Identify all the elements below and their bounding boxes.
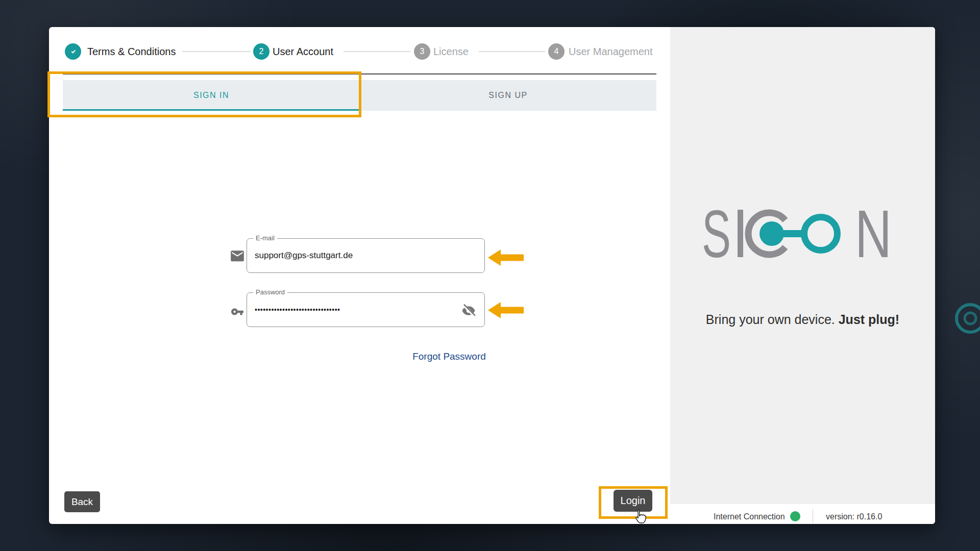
tagline-regular: Bring your own device.	[706, 312, 839, 327]
decor-target-rings-icon	[953, 302, 980, 335]
back-button[interactable]: Back	[64, 491, 100, 512]
step-usermgmt-circle: 4	[548, 43, 565, 60]
logo-letter-s: S	[702, 208, 731, 259]
step-connector	[344, 51, 411, 52]
forgot-password-link[interactable]: Forgot Password	[378, 351, 521, 362]
step-account-label: User Account	[273, 46, 333, 58]
step-connector	[479, 51, 545, 52]
step-terms-circle	[65, 43, 81, 60]
desktop-background: Terms & Conditions 2 User Account 3 Lice…	[0, 0, 980, 551]
internet-status-dot	[790, 511, 800, 521]
step-number: 3	[420, 47, 425, 56]
internet-connection-label: Internet Connection	[714, 512, 785, 521]
sicon-logo: S N	[702, 208, 896, 259]
annotation-arrow-password-icon	[488, 301, 524, 319]
step-license-label: License	[433, 46, 469, 58]
logo-letter-n: N	[855, 208, 892, 259]
step-usermgmt-label: User Management	[569, 46, 653, 58]
step-terms-label: Terms & Conditions	[87, 46, 176, 58]
tagline-bold: Just plug!	[839, 312, 899, 327]
step-number: 4	[554, 47, 559, 56]
check-icon	[68, 47, 78, 56]
annotation-arrow-email-icon	[488, 248, 524, 267]
password-field-label: Password	[253, 288, 287, 296]
password-input[interactable]: Password •••••••••••••••••••••••••••••••	[247, 292, 485, 327]
brand-panel	[670, 27, 935, 503]
status-bar	[670, 503, 935, 524]
cursor-hand-icon	[633, 508, 648, 525]
email-input[interactable]: E-mail support@gps-stuttgart.de	[247, 238, 485, 273]
visibility-off-icon[interactable]	[461, 303, 476, 318]
key-icon	[229, 305, 246, 318]
status-bar-divider	[813, 509, 813, 523]
email-field-value: support@gps-stuttgart.de	[255, 251, 353, 261]
brand-tagline: Bring your own device. Just plug!	[670, 312, 935, 327]
logo-letter-i	[738, 210, 743, 257]
tab-sign-up[interactable]: SIGN UP	[360, 80, 656, 111]
step-connector	[182, 51, 251, 52]
logo-teal-link	[772, 230, 805, 237]
step-number: 2	[259, 47, 264, 56]
step-account-circle: 2	[253, 43, 270, 60]
logo-letter-o	[804, 217, 838, 251]
password-field-value-masked: •••••••••••••••••••••••••••••••	[255, 306, 340, 314]
tab-sign-up-label: SIGN UP	[488, 91, 527, 100]
step-license-circle: 3	[414, 43, 430, 60]
email-icon	[230, 251, 244, 263]
email-field-label: E-mail	[253, 234, 277, 242]
annotation-box-sign-in	[47, 71, 361, 117]
version-label: version: r0.16.0	[826, 512, 882, 521]
